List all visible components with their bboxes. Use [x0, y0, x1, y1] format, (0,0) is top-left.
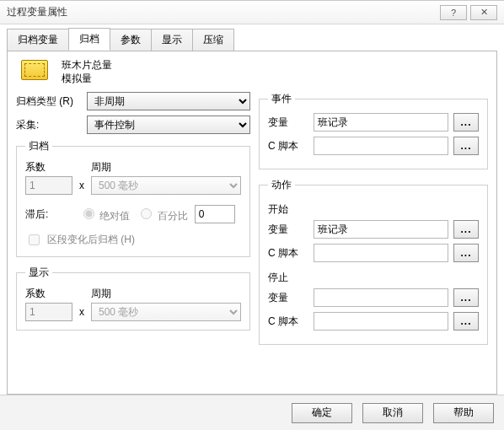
- actions-group-legend: 动作: [268, 178, 295, 192]
- archive-type-label: 归档类型 (R): [16, 94, 82, 109]
- radio-absolute[interactable]: 绝对值: [79, 206, 130, 223]
- archive-icon: [21, 60, 48, 80]
- tab-compression[interactable]: 压缩: [192, 29, 234, 51]
- lag-value-input[interactable]: [195, 205, 235, 223]
- start-var-browse[interactable]: ...: [453, 220, 479, 239]
- lag-label: 滞后:: [25, 207, 72, 222]
- display-period-label: 周期: [91, 287, 111, 301]
- help-button-footer[interactable]: 帮助: [433, 403, 494, 423]
- start-var-label: 变量: [268, 223, 308, 237]
- tabstrip: 归档变量 归档 参数 显示 压缩: [0, 24, 504, 51]
- tab-display[interactable]: 显示: [151, 29, 193, 51]
- header-line2: 模拟量: [62, 72, 112, 85]
- events-group-legend: 事件: [268, 92, 295, 106]
- close-button[interactable]: ✕: [470, 5, 497, 20]
- display-group: 显示 系数 周期 x 500 毫秒: [16, 266, 250, 331]
- segment-change-checkbox[interactable]: [29, 234, 40, 245]
- events-script-browse[interactable]: ...: [453, 137, 479, 155]
- archive-group: 归档 系数 周期 x 500 毫秒 滞后:: [16, 139, 250, 257]
- start-script-label: C 脚本: [268, 246, 308, 261]
- display-period-combo[interactable]: 500 毫秒: [91, 303, 241, 321]
- events-script-input[interactable]: [314, 137, 448, 155]
- header-line1: 班木片总量: [62, 58, 112, 72]
- start-subhead: 开始: [268, 202, 479, 217]
- radio-percent[interactable]: 百分比: [137, 206, 187, 223]
- segment-change-label: 区段变化后归档 (H): [47, 233, 135, 247]
- tab-archive-variable[interactable]: 归档变量: [7, 29, 69, 51]
- tab-panel-archive: 班木片总量 模拟量 归档类型 (R) 非周期 采集: 事件控制: [7, 51, 497, 395]
- multiply-symbol-2: x: [78, 306, 86, 318]
- stop-subhead: 停止: [268, 271, 479, 285]
- dialog-title: 过程变量属性: [7, 5, 437, 19]
- tab-parameters[interactable]: 参数: [110, 29, 152, 51]
- help-button[interactable]: ?: [440, 5, 467, 20]
- archive-type-combo[interactable]: 非周期: [87, 92, 250, 110]
- right-column: 事件 变量 ... C 脚本 ... 动作 开始: [259, 92, 488, 353]
- archive-group-legend: 归档: [25, 139, 52, 153]
- events-var-label: 变量: [268, 116, 308, 130]
- dialog-window: 过程变量属性 ? ✕ 归档变量 归档 参数 显示 压缩 班木片总量 模拟量 归档…: [0, 0, 504, 430]
- events-var-input[interactable]: [314, 113, 448, 132]
- events-script-label: C 脚本: [268, 139, 308, 153]
- start-script-input[interactable]: [314, 244, 448, 262]
- start-var-input[interactable]: [314, 220, 448, 239]
- stop-script-input[interactable]: [314, 312, 448, 331]
- display-coef-input[interactable]: [25, 303, 72, 321]
- events-group: 事件 变量 ... C 脚本 ...: [259, 92, 488, 169]
- cancel-button[interactable]: 取消: [362, 403, 423, 423]
- stop-var-input[interactable]: [314, 288, 448, 307]
- period-label: 周期: [91, 160, 111, 175]
- stop-var-label: 变量: [268, 291, 308, 305]
- stop-var-browse[interactable]: ...: [453, 288, 479, 307]
- display-group-legend: 显示: [25, 266, 52, 280]
- tab-archive[interactable]: 归档: [68, 28, 110, 51]
- coef-label: 系数: [25, 160, 72, 175]
- acquisition-label: 采集:: [16, 118, 82, 132]
- events-var-browse[interactable]: ...: [453, 113, 479, 132]
- dialog-footer: 确定 取消 帮助: [0, 395, 504, 430]
- ok-button[interactable]: 确定: [292, 403, 352, 423]
- left-column: 归档类型 (R) 非周期 采集: 事件控制 归档 系数: [16, 92, 250, 353]
- start-script-browse[interactable]: ...: [453, 244, 479, 262]
- archive-period-combo[interactable]: 500 毫秒: [91, 176, 241, 195]
- stop-script-label: C 脚本: [268, 314, 308, 329]
- display-coef-label: 系数: [25, 287, 72, 301]
- multiply-symbol: x: [78, 180, 86, 191]
- actions-group: 动作 开始 变量 ... C 脚本 ... 停止 变量: [259, 178, 488, 345]
- archive-coef-input[interactable]: [25, 176, 72, 195]
- acquisition-combo[interactable]: 事件控制: [87, 116, 250, 134]
- titlebar: 过程变量属性 ? ✕: [0, 1, 504, 24]
- header-block: 班木片总量 模拟量: [16, 58, 488, 85]
- stop-script-browse[interactable]: ...: [453, 312, 479, 331]
- header-text: 班木片总量 模拟量: [62, 58, 112, 85]
